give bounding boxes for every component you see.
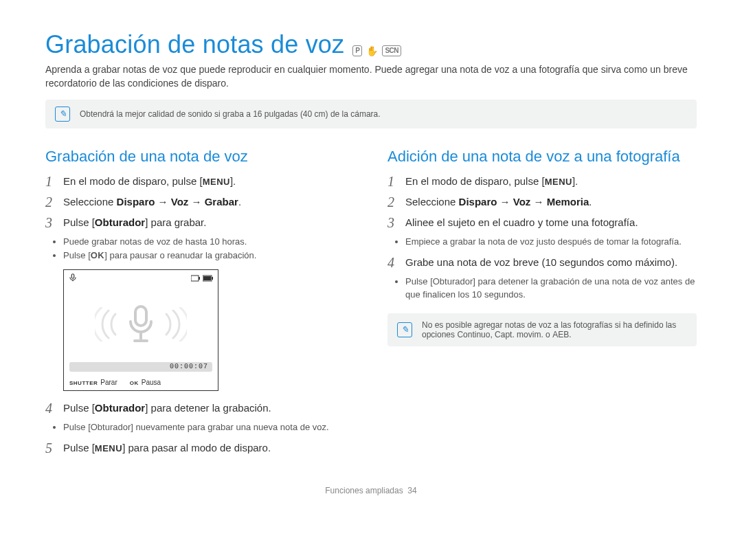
step-text: En el modo de disparo, pulse [ <box>63 175 203 187</box>
lcd-progress-bar: 00:00:07 <box>69 362 212 372</box>
lcd-stop-label: Parar <box>100 379 117 386</box>
note-icon: ✎ <box>55 107 70 122</box>
svg-rect-1 <box>191 276 199 281</box>
right-step-2: 2 Seleccione Disparo → Voz → Memoria. <box>387 194 697 210</box>
svg-rect-0 <box>71 273 74 278</box>
bullet: Pulse [Obturador] nuevamente para grabar… <box>63 421 355 434</box>
title-row: Grabación de notas de voz P ✋ SCN <box>45 30 697 59</box>
lcd-timecode: 00:00:07 <box>170 363 208 370</box>
step-text: En el modo de disparo, pulse [ <box>405 175 545 187</box>
lcd-footer: SHUTTERParar OKPausa <box>64 376 218 390</box>
right-step-3-bullets: Empiece a grabar la nota de voz justo de… <box>405 236 697 248</box>
lcd-preview: 00:00:07 SHUTTERParar OKPausa <box>63 269 218 391</box>
menu-key: MENU <box>545 177 572 187</box>
menu-key: MENU <box>203 177 230 187</box>
left-step-4-bullets: Pulse [Obturador] nuevamente para grabar… <box>63 421 355 434</box>
step-number: 4 <box>45 401 56 416</box>
step-number: 5 <box>45 440 56 456</box>
top-note-text: Obtendrá la mejor calidad de sonido si g… <box>80 109 381 119</box>
right-column: Adición de una nota de voz a una fotogra… <box>387 148 697 461</box>
step-text: Grabe una nota de voz breve (10 segundos… <box>405 255 697 270</box>
footer-label: Funciones ampliadas <box>325 486 403 495</box>
page: Grabación de notas de voz P ✋ SCN Aprend… <box>0 0 742 516</box>
intro-text: Aprenda a grabar notas de voz que puede … <box>45 63 697 90</box>
bullet: Pulse [Obturador] para detener la grabac… <box>405 276 697 300</box>
right-step-4-bullets: Pulse [Obturador] para detener la grabac… <box>405 276 697 300</box>
ok-key-label: OK <box>130 380 139 386</box>
right-step-4: 4 Grabe una nota de voz breve (10 segund… <box>387 255 697 270</box>
note-icon: ✎ <box>397 322 412 337</box>
battery-icon <box>191 275 214 282</box>
step-text: Seleccione Disparo → Voz → Grabar. <box>63 194 355 210</box>
top-note: ✎ Obtendrá la mejor calidad de sonido si… <box>45 100 697 128</box>
menu-key: MENU <box>95 443 122 453</box>
left-step-2: 2 Seleccione Disparo → Voz → Grabar. <box>45 194 355 210</box>
step-number: 3 <box>45 215 56 230</box>
mode-icon-p: P <box>352 45 362 56</box>
right-note-text: No es posible agregar notas de voz a las… <box>422 320 687 339</box>
ok-key: OK <box>91 250 105 260</box>
step-text: Pulse [ <box>63 442 95 453</box>
lcd-pause-label: Pausa <box>142 379 161 386</box>
right-step-3: 3 Alinee el sujeto en el cuadro y tome u… <box>387 215 697 230</box>
step-number: 2 <box>45 194 56 210</box>
left-step-3: 3 Pulse [Obturador] para grabar. <box>45 215 355 230</box>
sound-wave-left-icon <box>95 307 121 341</box>
step-text: Pulse [Obturador] para grabar. <box>63 215 355 230</box>
mode-icon-hand: ✋ <box>366 45 378 56</box>
step-number: 1 <box>387 174 398 189</box>
microphone-icon <box>68 273 78 284</box>
microphone-large-icon <box>125 304 157 345</box>
step-number: 2 <box>387 194 398 210</box>
left-step-3-bullets: Puede grabar notas de voz de hasta 10 ho… <box>63 236 355 262</box>
bullet: Empiece a grabar la nota de voz justo de… <box>405 236 697 248</box>
svg-rect-2 <box>199 277 200 280</box>
page-footer: Funciones ampliadas 34 <box>45 486 697 495</box>
right-heading: Adición de una nota de voz a una fotogra… <box>387 148 697 166</box>
step-number: 4 <box>387 255 398 270</box>
right-step-1: 1 En el modo de disparo, pulse [MENU]. <box>387 174 697 189</box>
left-column: Grabación de una nota de voz 1 En el mod… <box>45 148 355 461</box>
page-title: Grabación de notas de voz <box>45 30 344 59</box>
bullet: Puede grabar notas de voz de hasta 10 ho… <box>63 236 355 248</box>
step-text: ]. <box>572 175 578 187</box>
step-text: Alinee el sujeto en el cuadro y tome una… <box>405 215 697 230</box>
svg-rect-6 <box>135 306 146 326</box>
footer-page-number: 34 <box>407 486 416 495</box>
svg-rect-4 <box>203 276 211 280</box>
svg-rect-5 <box>212 277 213 280</box>
step-text: ] para pasar al modo de disparo. <box>122 442 271 453</box>
left-step-1: 1 En el modo de disparo, pulse [MENU]. <box>45 174 355 189</box>
bullet: Pulse [OK] para pausar o reanudar la gra… <box>63 249 355 262</box>
step-text: Seleccione Disparo → Voz → Memoria. <box>405 194 697 210</box>
step-number: 3 <box>387 215 398 230</box>
lcd-top-bar <box>64 270 218 287</box>
lcd-body <box>64 287 218 362</box>
left-heading: Grabación de una nota de voz <box>45 148 355 166</box>
mode-icons: P ✋ SCN <box>352 45 401 56</box>
right-note: ✎ No es posible agregar notas de voz a l… <box>387 313 697 346</box>
step-number: 1 <box>45 174 56 189</box>
step-text: ]. <box>230 175 236 187</box>
mode-icon-scn: SCN <box>382 45 401 56</box>
shutter-key-label: SHUTTER <box>69 380 98 386</box>
step-text: Pulse [Obturador] para detener la grabac… <box>63 401 355 416</box>
columns: Grabación de una nota de voz 1 En el mod… <box>45 148 697 461</box>
left-step-5: 5 Pulse [MENU] para pasar al modo de dis… <box>45 440 355 456</box>
left-step-4: 4 Pulse [Obturador] para detener la grab… <box>45 401 355 416</box>
sound-wave-right-icon <box>161 307 187 341</box>
